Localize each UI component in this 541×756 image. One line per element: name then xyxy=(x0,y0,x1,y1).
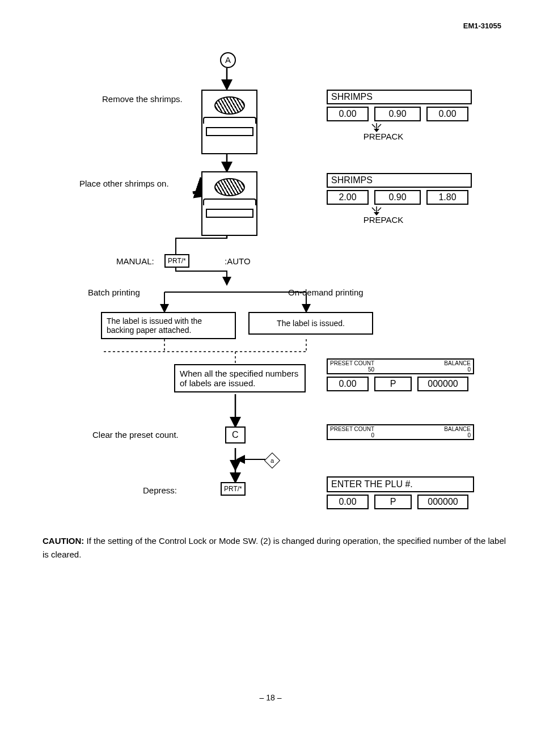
lcd3-v1: 0.00 xyxy=(327,377,369,391)
branch-batch-label: Batch printing xyxy=(88,288,140,297)
step-clear-preset: Clear the preset count. xyxy=(92,430,179,440)
scale-base xyxy=(206,127,253,136)
node-a: A xyxy=(220,52,236,68)
lcd1-title: SHRIMPS xyxy=(327,90,472,104)
join-a-label: a xyxy=(267,455,277,466)
lcd2-title: SHRIMPS xyxy=(327,173,472,188)
lcd3-balance-val: 0 xyxy=(444,366,471,373)
key-prt-1: PRT/* xyxy=(164,254,189,268)
mode-manual-label: MANUAL: xyxy=(116,256,154,266)
lcd3-balance-label: BALANCE xyxy=(444,360,471,366)
scale-tray xyxy=(203,198,256,205)
box-ondemand: The label is issued. xyxy=(248,312,373,335)
caution-label: CAUTION: xyxy=(43,536,84,546)
key-c: C xyxy=(225,426,246,444)
caution-text: If the setting of the Control Lock or Mo… xyxy=(43,536,506,559)
branch-ondemand-label: On-demand printing xyxy=(288,288,364,297)
document-id: EM1-31055 xyxy=(463,22,501,30)
lcd1-mode: PREPACK xyxy=(295,132,472,141)
lcd5-v1: 0.00 xyxy=(327,495,369,509)
document-page: EM1-31055 xyxy=(0,0,541,756)
step-place-other: Place other shrimps on. xyxy=(79,179,169,188)
lcd3-preset-val: 50 xyxy=(330,366,374,373)
lcd5-v3: 000000 xyxy=(417,495,468,509)
step-depress: Depress: xyxy=(143,485,177,495)
mode-auto-label: :AUTO xyxy=(225,256,251,266)
scale-illus-1 xyxy=(201,90,257,154)
step-remove-shrimps: Remove the shrimps. xyxy=(102,94,183,104)
lcd1-v2: 0.90 xyxy=(374,107,421,121)
lcd4-balance-label: BALANCE xyxy=(444,426,471,432)
shrimp-icon xyxy=(214,96,245,115)
lcd5-v2: P xyxy=(374,495,412,509)
lcd4-preset-label: PRESET COUNT xyxy=(330,426,374,432)
lcd-1: SHRIMPS 0.00 0.90 0.00 PREPACK xyxy=(327,90,472,141)
key-prt-2: PRT/* xyxy=(221,482,246,496)
page-number: – 18 – xyxy=(0,693,541,702)
lcd1-v1: 0.00 xyxy=(327,107,369,121)
lcd4-balance-val: 0 xyxy=(444,432,471,438)
lcd-3: PRESET COUNT 50 BALANCE 0 0.00 P 000000 xyxy=(327,358,474,391)
caution-block: CAUTION: If the setting of the Control L… xyxy=(43,534,507,561)
scale-illus-2 xyxy=(201,171,257,236)
scale-tray xyxy=(203,117,256,124)
lcd2-v1: 2.00 xyxy=(327,190,369,205)
shrimp-icon xyxy=(214,178,245,196)
box-batch: The label is issued with the backing pap… xyxy=(101,312,236,339)
lcd2-v2: 0.90 xyxy=(374,190,421,205)
box-specified: When all the specified numbers of labels… xyxy=(174,364,306,392)
join-a: a xyxy=(264,453,280,468)
lcd-5: ENTER THE PLU #. 0.00 P 000000 xyxy=(327,476,474,509)
lcd1-v3: 0.00 xyxy=(426,107,468,121)
lcd3-v3: 000000 xyxy=(417,377,468,391)
lcd-2: SHRIMPS 2.00 0.90 1.80 PREPACK xyxy=(327,173,472,225)
scale-base xyxy=(206,209,253,218)
lcd3-v2: P xyxy=(374,377,412,391)
lcd3-preset-label: PRESET COUNT xyxy=(330,360,374,366)
lcd2-mode: PREPACK xyxy=(295,215,472,225)
lcd5-title: ENTER THE PLU #. xyxy=(327,476,474,492)
lcd4-preset-val: 0 xyxy=(330,432,374,438)
lcd-4: PRESET COUNT 0 BALANCE 0 xyxy=(327,424,474,440)
lcd2-v3: 1.80 xyxy=(426,190,468,205)
